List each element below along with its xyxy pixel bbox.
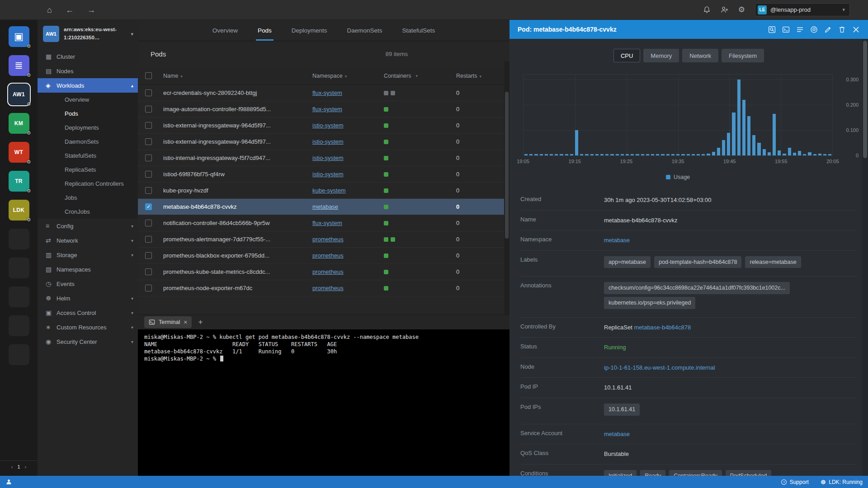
hotbar-item-wt[interactable]: WT⚙: [9, 142, 29, 163]
hotbar-item-ldk[interactable]: LDK⚙: [9, 200, 29, 221]
sidebar-item-storage[interactable]: ▥Storage▾: [38, 248, 138, 262]
table-scrollbar-thumb[interactable]: [505, 92, 509, 239]
sidebar-subitem-replication-controllers[interactable]: Replication Controllers: [38, 177, 138, 191]
namespace-link[interactable]: prometheus: [312, 285, 344, 291]
row-checkbox[interactable]: [145, 122, 152, 129]
sidebar-item-namespaces[interactable]: ▧Namespaces: [38, 262, 138, 277]
table-row[interactable]: prometheus-node-exporter-m67dcprometheus…: [138, 280, 509, 296]
namespace-link[interactable]: prometheus: [312, 236, 344, 243]
row-checkbox[interactable]: [145, 171, 152, 178]
detail-link[interactable]: metabase-b4b64c878: [634, 324, 691, 331]
table-row[interactable]: ecr-credentials-sync-28092240-bttgjflux-…: [138, 85, 509, 101]
drawer-scrollbar[interactable]: [862, 39, 868, 476]
sidebar-subitem-statefulsets[interactable]: StatefulSets: [38, 149, 138, 163]
hotbar-item-tr[interactable]: TR⚙: [9, 171, 29, 192]
logs-icon[interactable]: [796, 25, 804, 33]
namespace-link[interactable]: flux-system: [312, 220, 342, 226]
sidebar-item-helm[interactable]: ☸Helm▾: [38, 291, 138, 305]
cluster-status-indicator[interactable]: ☸ LDK: Running: [821, 479, 863, 485]
hotbar-prev-icon[interactable]: ‹: [11, 464, 13, 469]
detail-link[interactable]: metabase: [604, 431, 630, 437]
sidebar-subitem-pods[interactable]: Pods: [38, 107, 138, 121]
gear-icon[interactable]: ⚙: [27, 43, 31, 49]
back-icon[interactable]: ←: [66, 6, 74, 14]
terminal-output[interactable]: miska@Miskas-MBP-2 ~ % kubectl get pod m…: [138, 329, 509, 476]
table-row[interactable]: prometheus-alertmanager-7dd779cf55-...pr…: [138, 231, 509, 248]
row-checkbox[interactable]: [145, 89, 152, 96]
home-icon[interactable]: ⌂: [47, 6, 52, 14]
namespace-link[interactable]: istio-system: [312, 138, 344, 145]
table-row[interactable]: image-automation-controller-f988895d5...…: [138, 101, 509, 117]
sidebar-subitem-cronjobs[interactable]: CronJobs: [38, 205, 138, 219]
table-scrollbar[interactable]: [504, 61, 509, 314]
column-header-namespace[interactable]: Namespace▾: [312, 73, 384, 79]
row-checkbox[interactable]: [145, 268, 152, 275]
metric-tab-memory[interactable]: Memory: [643, 49, 679, 62]
namespace-link[interactable]: flux-system: [312, 106, 342, 113]
column-header-containers[interactable]: Containers▾: [384, 73, 456, 79]
sidebar-item-access-control[interactable]: ▣Access Control▾: [38, 305, 138, 320]
table-row[interactable]: prometheus-kube-state-metrics-c8cddc...p…: [138, 264, 509, 280]
sidebar-subitem-daemonsets[interactable]: DaemonSets: [38, 135, 138, 149]
row-checkbox[interactable]: ✓: [145, 203, 152, 210]
row-checkbox[interactable]: [145, 236, 152, 243]
search-icon[interactable]: [768, 25, 776, 33]
sidebar-subitem-deployments[interactable]: Deployments: [38, 121, 138, 135]
gear-icon[interactable]: ⚙: [27, 101, 31, 107]
delete-icon[interactable]: [838, 25, 846, 33]
terminal-tab[interactable]: Terminal ×: [144, 316, 192, 328]
detail-link[interactable]: ip-10-1-61-158.eu-west-1.compute.interna…: [604, 364, 715, 371]
row-checkbox[interactable]: [145, 187, 152, 194]
sidebar-item-custom-resources[interactable]: ∗Custom Resources▾: [38, 320, 138, 334]
tab-daemonsets[interactable]: DaemonSets: [347, 20, 382, 41]
settings-gear-icon[interactable]: ⚙: [738, 5, 745, 14]
attach-icon[interactable]: @: [810, 25, 818, 33]
table-row[interactable]: kube-proxy-hvzdfkube-system0: [138, 183, 509, 199]
hotbar-item-km[interactable]: KM⚙: [9, 113, 29, 134]
account-dropdown[interactable]: LE @lensapp-prod ▾: [755, 3, 850, 16]
tab-overview[interactable]: Overview: [212, 20, 238, 41]
sidebar-item-workloads[interactable]: ◈Workloads▴: [38, 78, 138, 93]
hotbar-item-aw1[interactable]: AW1⚙: [9, 84, 29, 105]
namespace-link[interactable]: kube-system: [312, 187, 346, 194]
namespace-link[interactable]: flux-system: [312, 89, 342, 96]
hotbar-item-catalog-list[interactable]: ≣⚙: [9, 55, 29, 76]
row-checkbox[interactable]: [145, 220, 152, 226]
table-row[interactable]: ✓metabase-b4b64c878-cvvkzmetabase0: [138, 199, 509, 215]
shell-icon[interactable]: [782, 25, 790, 33]
hotbar-next-icon[interactable]: ›: [25, 464, 27, 469]
namespace-link[interactable]: prometheus: [312, 268, 344, 275]
close-icon[interactable]: [852, 25, 860, 33]
support-button[interactable]: ? Support: [781, 479, 809, 485]
namespace-link[interactable]: istio-system: [312, 122, 344, 129]
metric-tab-cpu[interactable]: CPU: [613, 49, 640, 62]
table-row[interactable]: prometheus-blackbox-exporter-6795dd...pr…: [138, 248, 509, 264]
table-row[interactable]: notification-controller-86d4cb566b-9pr5w…: [138, 215, 509, 231]
drawer-scrollbar-thumb[interactable]: [863, 41, 867, 158]
chart-legend[interactable]: Usage: [523, 174, 833, 180]
gear-icon[interactable]: ⚙: [27, 130, 31, 136]
new-terminal-button[interactable]: +: [198, 318, 203, 327]
namespace-link[interactable]: istio-system: [312, 155, 344, 161]
detail-link[interactable]: metabase: [604, 237, 630, 244]
notifications-bell-icon[interactable]: [703, 6, 711, 14]
row-checkbox[interactable]: [145, 155, 152, 161]
forward-icon[interactable]: →: [87, 6, 95, 14]
namespace-link[interactable]: istio-system: [312, 171, 344, 178]
sidebar-item-network[interactable]: ⇄Network▾: [38, 233, 138, 248]
statusbar-user-icon[interactable]: [5, 479, 12, 485]
gear-icon[interactable]: ⚙: [27, 72, 31, 78]
sidebar-subitem-replicasets[interactable]: ReplicaSets: [38, 163, 138, 177]
namespace-link[interactable]: metabase: [312, 203, 338, 210]
row-checkbox[interactable]: [145, 252, 152, 259]
table-row[interactable]: istio-internal-ingressgateway-f5f7cd947.…: [138, 150, 509, 166]
edit-icon[interactable]: [824, 25, 832, 33]
sidebar-item-cluster[interactable]: ▦Cluster: [38, 49, 138, 64]
table-row[interactable]: istiod-69f876bf75-qf4rwistio-system0: [138, 166, 509, 183]
metric-tab-network[interactable]: Network: [682, 49, 718, 62]
row-checkbox[interactable]: [145, 106, 152, 113]
sidebar-item-nodes[interactable]: ▤Nodes: [38, 64, 138, 78]
sidebar-item-config[interactable]: ≡Config▾: [38, 219, 138, 233]
sidebar-subitem-overview[interactable]: Overview: [38, 93, 138, 107]
gear-icon[interactable]: ⚙: [27, 188, 31, 194]
